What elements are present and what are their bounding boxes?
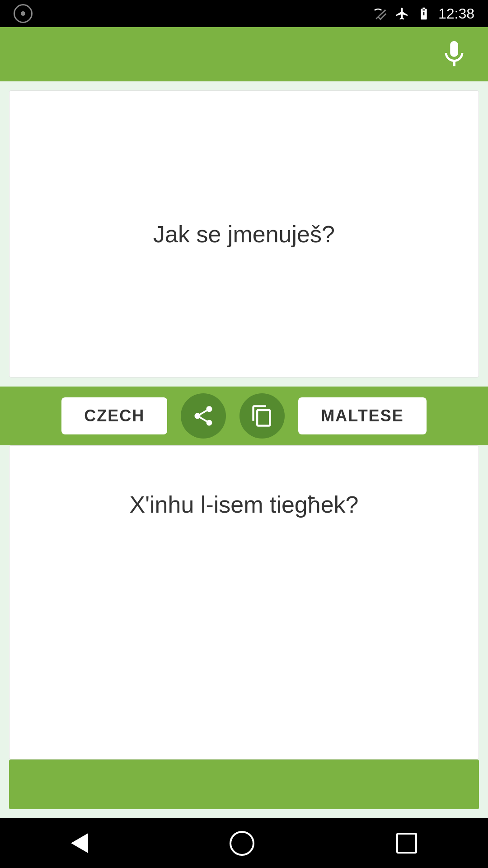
source-panel[interactable]: Jak se jmenuješ? (9, 90, 479, 377)
airplane-icon (395, 6, 409, 21)
svg-point-0 (21, 11, 25, 16)
source-text: Jak se jmenuješ? (135, 203, 353, 266)
signal-off-icon (373, 6, 388, 21)
nav-bar (0, 818, 488, 868)
app-bar (0, 27, 488, 81)
back-button[interactable] (71, 833, 88, 853)
share-button[interactable] (181, 393, 226, 439)
source-language-button[interactable]: CZECH (61, 397, 167, 434)
target-text: X'inhu l-isem tiegħek? (111, 473, 376, 536)
microphone-icon (438, 38, 470, 70)
status-bar: 12:38 (0, 0, 488, 27)
status-circle-icon (14, 4, 33, 23)
target-panel[interactable]: X'inhu l-isem tiegħek? (9, 445, 479, 760)
home-icon (230, 831, 254, 856)
share-icon (192, 404, 215, 428)
home-button[interactable] (230, 831, 254, 856)
target-language-button[interactable]: MALTESE (298, 397, 426, 434)
bottom-toolbar (9, 760, 479, 809)
status-left-icons (14, 4, 33, 23)
language-toolbar: CZECH MALTESE (0, 387, 488, 445)
status-time: 12:38 (438, 5, 474, 22)
recents-icon (396, 833, 417, 854)
battery-icon (417, 6, 431, 21)
microphone-button[interactable] (438, 38, 470, 70)
main-content: Jak se jmenuješ? CZECH MALTESE X'inhu l-… (0, 81, 488, 818)
status-right-icons: 12:38 (373, 5, 474, 22)
back-icon (71, 833, 88, 853)
copy-button[interactable] (239, 393, 285, 439)
copy-icon (250, 404, 274, 428)
recents-button[interactable] (396, 833, 417, 854)
